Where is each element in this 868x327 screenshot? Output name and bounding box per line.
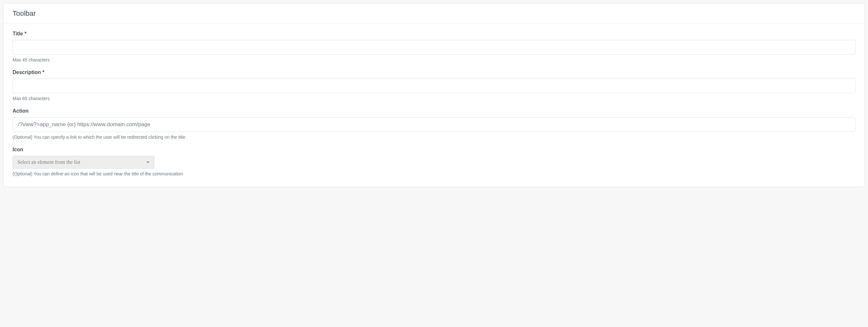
- action-help: (Optional) You can specify a link to whi…: [12, 134, 856, 140]
- title-help: Max 45 characters: [12, 57, 856, 62]
- title-label: Title *: [12, 31, 856, 37]
- description-input[interactable]: [12, 78, 856, 93]
- card-header: Toolbar: [4, 4, 864, 24]
- action-label: Action: [12, 108, 856, 114]
- description-group: Description * Max 65 characters: [12, 69, 856, 101]
- card-body: Title * Max 45 characters Description * …: [4, 24, 864, 187]
- toolbar-card: Toolbar Title * Max 45 characters Descri…: [3, 3, 865, 187]
- action-group: Action (Optional) You can specify a link…: [12, 108, 856, 140]
- chevron-down-icon: [146, 162, 150, 163]
- icon-help: (Optional) You can define an icon that w…: [12, 171, 856, 176]
- action-input[interactable]: [12, 117, 856, 132]
- card-title: Toolbar: [12, 9, 856, 18]
- icon-select-placeholder: Select an element from the list: [18, 159, 80, 165]
- description-help: Max 65 characters: [12, 96, 856, 101]
- icon-group: Icon Select an element from the list (Op…: [12, 147, 856, 176]
- title-group: Title * Max 45 characters: [12, 31, 856, 62]
- icon-select[interactable]: Select an element from the list: [12, 156, 154, 169]
- description-label: Description *: [12, 69, 856, 75]
- title-input[interactable]: [12, 40, 856, 55]
- icon-label: Icon: [12, 147, 856, 153]
- icon-select-wrap: Select an element from the list: [12, 156, 154, 169]
